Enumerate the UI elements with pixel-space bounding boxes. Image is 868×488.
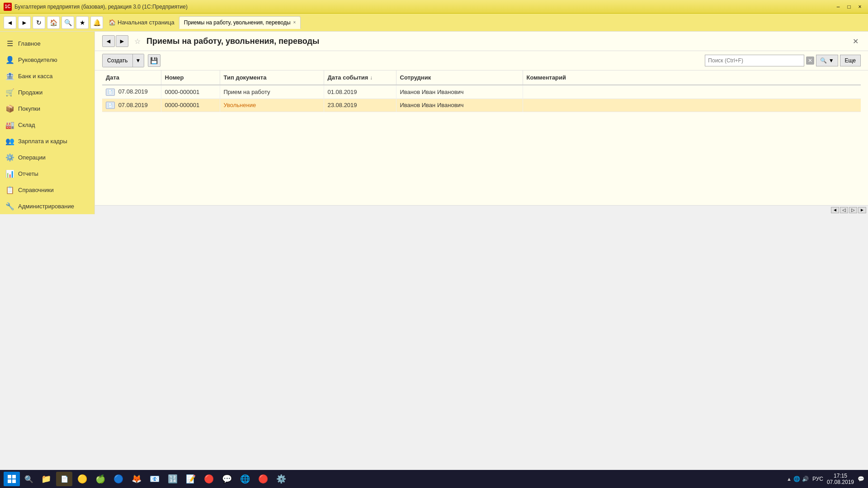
- tab-close-icon[interactable]: ×: [293, 20, 296, 25]
- create-button-group: Создать ▼: [102, 54, 144, 67]
- sidebar-label-admin: Администрирование: [18, 203, 74, 210]
- create-dropdown-button[interactable]: ▼: [132, 54, 144, 67]
- sidebar-item-admin[interactable]: 🔧 Администрирование: [0, 198, 94, 214]
- title-bar: 1С Бухгалтерия предприятия (базовая), ре…: [0, 0, 868, 14]
- col-header-comment[interactable]: Комментарий: [523, 70, 861, 85]
- tab-label: Приемы на работу, увольнения, переводы: [184, 19, 291, 26]
- taskbar-expand-icon[interactable]: ▲: [787, 476, 792, 482]
- document-header: ◄ ► ☆ Приемы на работу, увольнения, пере…: [95, 32, 868, 51]
- taskbar-skype-icon[interactable]: 🔵: [110, 472, 127, 486]
- sidebar-item-sklad[interactable]: 🏭 Склад: [0, 117, 94, 133]
- manager-icon: 👤: [5, 55, 14, 64]
- taskbar-volume-icon[interactable]: 🔊: [802, 476, 809, 482]
- cell-eventdate: 23.08.2019: [324, 99, 396, 112]
- table-body: 📄 07.08.2019 0000-000001 Прием на работу…: [102, 85, 861, 112]
- taskbar-apple-icon[interactable]: 🍏: [92, 472, 108, 486]
- maximize-button[interactable]: □: [844, 3, 854, 11]
- table-row[interactable]: 📄 07.08.2019 0000-000001 Прием на работу…: [102, 85, 861, 99]
- sidebar-item-spravochniki[interactable]: 📋 Справочники: [0, 182, 94, 198]
- sidebar-item-zarplata[interactable]: 👥 Зарплата и кадры: [0, 133, 94, 149]
- sidebar-item-bank[interactable]: 🏦 Банк и касса: [0, 68, 94, 84]
- create-button[interactable]: Создать: [103, 54, 132, 67]
- nav-forward-button[interactable]: ►: [18, 16, 31, 29]
- taskbar-lang[interactable]: РУС: [812, 476, 823, 482]
- start-button[interactable]: [4, 472, 20, 486]
- tab-home[interactable]: 🏠 Начальная страница: [105, 17, 178, 28]
- sidebar-label-bank: Банк и касса: [18, 73, 53, 80]
- taskbar-clock[interactable]: 17:15 07.08.2019: [827, 473, 854, 485]
- sidebar-label-zarplata: Зарплата и кадры: [18, 138, 67, 145]
- doc-prev-button[interactable]: ◄: [102, 35, 115, 47]
- nav-home-button[interactable]: 🏠: [47, 16, 60, 29]
- col-header-date[interactable]: Дата: [102, 70, 161, 85]
- tab-current[interactable]: Приемы на работу, увольнения, переводы ×: [179, 16, 301, 29]
- sidebar: ☰ Главное 👤 Руководителю 🏦 Банк и касса …: [0, 32, 95, 214]
- content-area: ☰ Главное 👤 Руководителю 🏦 Банк и касса …: [0, 32, 868, 214]
- taskbar-settings-icon[interactable]: ⚙️: [273, 472, 289, 486]
- taskbar-yandex-icon[interactable]: 🟡: [74, 472, 90, 486]
- taskbar-1c-icon[interactable]: 📄: [56, 472, 72, 486]
- nav-refresh-button[interactable]: ↻: [33, 16, 45, 29]
- taskbar-telegram-icon[interactable]: 💬: [219, 472, 235, 486]
- taskbar-1c-label: 📄: [61, 475, 68, 483]
- taskbar-1c3-icon[interactable]: 🔴: [255, 472, 271, 486]
- sidebar-item-pokupki[interactable]: 📦 Покупки: [0, 100, 94, 117]
- taskbar-network-icon[interactable]: 🌐: [793, 476, 800, 482]
- bookmark-button[interactable]: ☆: [132, 36, 143, 47]
- doc-row-icon: 📄: [106, 102, 115, 109]
- taskbar-1c2-icon[interactable]: 🔴: [201, 472, 217, 486]
- taskbar-search-button[interactable]: 🔍: [22, 472, 36, 486]
- nav-search-button[interactable]: 🔍: [61, 16, 74, 29]
- sidebar-item-glavnoe[interactable]: ☰ Главное: [0, 35, 94, 52]
- search-box: ✕ 🔍 ▼ Еще: [705, 55, 861, 66]
- search-go-button[interactable]: 🔍 ▼: [816, 55, 838, 66]
- taskbar-notification-icon[interactable]: 💬: [858, 476, 864, 482]
- nav-bar: ◄ ► ↻ 🏠 🔍 ★ 🔔 🏠 Начальная страница Прием…: [0, 14, 868, 32]
- close-document-button[interactable]: ✕: [850, 36, 861, 47]
- more-button[interactable]: Еще: [840, 55, 861, 66]
- sidebar-label-sklad: Склад: [18, 122, 35, 128]
- window-title: Бухгалтерия предприятия (базовая), редак…: [14, 4, 834, 10]
- taskbar-calc-icon[interactable]: 🔢: [165, 472, 181, 486]
- col-header-doctype[interactable]: Тип документа: [220, 70, 324, 85]
- scroll-left2-button[interactable]: ◁: [840, 207, 848, 213]
- sidebar-item-otchety[interactable]: 📊 Отчеты: [0, 165, 94, 182]
- nav-bookmark-button[interactable]: ★: [76, 16, 89, 29]
- sidebar-item-rukovoditel[interactable]: 👤 Руководителю: [0, 52, 94, 68]
- taskbar-mail-icon[interactable]: 📧: [146, 472, 163, 486]
- sales-icon: 🛒: [5, 88, 14, 97]
- taskbar-word-icon[interactable]: 📝: [183, 472, 199, 486]
- sidebar-item-operatsii[interactable]: ⚙️ Операции: [0, 149, 94, 165]
- sidebar-label-operatsii: Операции: [18, 154, 46, 161]
- sidebar-label-rukovoditel: Руководителю: [18, 56, 57, 63]
- cell-doctype: Увольнение: [220, 99, 324, 112]
- sort-icon: ↓: [370, 75, 373, 81]
- hr-icon: 👥: [5, 136, 14, 145]
- document-title: Приемы на работу, увольнения, переводы: [146, 37, 846, 46]
- taskbar-browser-icon[interactable]: 🦊: [128, 472, 145, 486]
- nav-back-button[interactable]: ◄: [4, 16, 16, 29]
- search-input[interactable]: [705, 55, 804, 66]
- table-row[interactable]: 📄 07.08.2019 0000-000001 Увольнение 23.0…: [102, 99, 861, 112]
- scroll-right-button[interactable]: ►: [858, 207, 866, 213]
- cell-number: 0000-000001: [161, 99, 220, 112]
- col-header-eventdate[interactable]: Дата события ↓: [324, 70, 396, 85]
- scroll-right2-button[interactable]: ▷: [849, 207, 857, 213]
- cell-number: 0000-000001: [161, 85, 220, 99]
- main-panel: ◄ ► ☆ Приемы на работу, увольнения, пере…: [95, 32, 868, 214]
- col-header-employee[interactable]: Сотрудник: [396, 70, 523, 85]
- clock-time: 17:15: [827, 473, 854, 479]
- taskbar-chrome-icon[interactable]: 🌐: [237, 472, 253, 486]
- search-clear-button[interactable]: ✕: [806, 56, 814, 65]
- nav-bell-button[interactable]: 🔔: [90, 16, 103, 29]
- minimize-button[interactable]: –: [834, 3, 843, 11]
- sidebar-item-prodazhi[interactable]: 🛒 Продажи: [0, 84, 94, 100]
- taskbar-cortana-button[interactable]: 📁: [38, 472, 54, 486]
- scroll-left-button[interactable]: ◄: [831, 207, 839, 213]
- close-window-button[interactable]: ×: [855, 3, 864, 11]
- col-header-number[interactable]: Номер: [161, 70, 220, 85]
- save-button[interactable]: 💾: [148, 54, 160, 67]
- home-tab-label: Начальная страница: [118, 19, 175, 26]
- doc-next-button[interactable]: ►: [116, 35, 128, 47]
- purchases-icon: 📦: [5, 104, 14, 113]
